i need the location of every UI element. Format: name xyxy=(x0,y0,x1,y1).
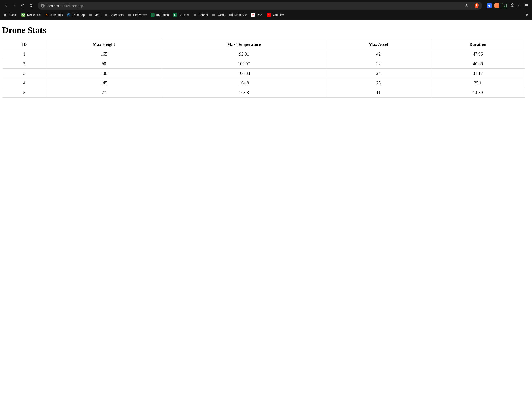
bookmark-mail[interactable]: Mail xyxy=(89,13,100,17)
bookmark-label: myEmich xyxy=(156,13,169,17)
table-row: 3 188 106.83 24 31.17 xyxy=(3,69,525,78)
svg-point-6 xyxy=(68,14,70,16)
bookmark-label: Work xyxy=(217,13,224,17)
bookmark-label: Canvas xyxy=(178,13,189,17)
bookmark-authentik[interactable]: Authentik xyxy=(45,13,63,17)
bookmark-label: Youtube xyxy=(272,13,284,17)
cell-id: 2 xyxy=(3,59,46,69)
back-button[interactable] xyxy=(3,3,9,9)
toolbar: i localhost:3000/index.php S xyxy=(0,0,532,11)
nextcloud-icon xyxy=(21,13,25,17)
bookmark-label: Main Site xyxy=(234,13,247,17)
bookmark-rss[interactable]: RSS xyxy=(251,13,263,17)
url-host: localhost: xyxy=(47,4,61,8)
reload-button[interactable] xyxy=(20,3,26,9)
share-button[interactable] xyxy=(463,3,470,9)
authentik-icon xyxy=(45,13,49,17)
bookmark-pairdrop[interactable]: PairDrop xyxy=(67,13,85,17)
cell-duration: 40.66 xyxy=(431,59,525,69)
cell-max-height: 77 xyxy=(46,88,162,98)
cell-duration: 47.96 xyxy=(431,50,525,59)
app-menu-button[interactable] xyxy=(524,3,529,8)
shield-icon xyxy=(488,4,491,7)
bookmarks-overflow-button[interactable] xyxy=(525,13,529,17)
cell-id: 4 xyxy=(3,78,46,88)
col-max-accel: Max Accel xyxy=(326,40,431,50)
cell-id: 5 xyxy=(3,88,46,98)
address-bar-right xyxy=(463,3,479,9)
downloads-button[interactable] xyxy=(517,3,521,8)
svg-point-2 xyxy=(23,14,24,16)
svg-point-5 xyxy=(69,14,70,15)
bookmark-calendars[interactable]: Calendars xyxy=(104,13,124,17)
globe-icon xyxy=(228,13,233,17)
cell-id: 1 xyxy=(3,50,46,59)
download-icon xyxy=(517,4,521,8)
folder-icon xyxy=(193,13,197,17)
cell-max-temp: 103.3 xyxy=(162,88,326,98)
emich-icon: E xyxy=(151,13,155,17)
divider xyxy=(472,4,472,8)
table-row: 5 77 103.3 11 14.39 xyxy=(3,88,525,98)
bookmark-myemich[interactable]: E myEmich xyxy=(151,13,169,17)
bookmark-label: School xyxy=(199,13,208,17)
reload-icon xyxy=(21,4,25,8)
bookmark-fediverse[interactable]: Fediverse xyxy=(127,13,146,17)
cell-max-height: 98 xyxy=(46,59,162,69)
col-max-temp: Max Temperature xyxy=(162,40,326,50)
cell-max-height: 145 xyxy=(46,78,162,88)
svg-marker-10 xyxy=(269,14,270,15)
cell-max-accel: 25 xyxy=(326,78,431,88)
forward-button[interactable] xyxy=(11,3,18,9)
col-max-height: Max Height xyxy=(46,40,162,50)
bookmark-nextcloud[interactable]: Nextcloud xyxy=(21,13,41,17)
cell-duration: 35.1 xyxy=(431,78,525,88)
cell-max-temp: 102.07 xyxy=(162,59,326,69)
address-bar[interactable]: i localhost:3000/index.php xyxy=(38,2,482,10)
bookmark-label: Calendars xyxy=(110,13,124,17)
extensions-button[interactable] xyxy=(509,3,514,8)
drone-stats-table: ID Max Height Max Temperature Max Accel … xyxy=(3,40,525,98)
browser-chrome: i localhost:3000/index.php S xyxy=(0,0,532,20)
toolbar-right: S xyxy=(486,3,529,8)
chevron-left-icon xyxy=(4,4,8,7)
bookmark-school[interactable]: School xyxy=(193,13,208,17)
cell-id: 3 xyxy=(3,69,46,78)
page-title: Drone Stats xyxy=(2,25,530,35)
extension-orange-icon[interactable] xyxy=(494,3,499,8)
col-duration: Duration xyxy=(431,40,525,50)
site-info-icon[interactable]: i xyxy=(41,4,45,8)
bookmark-canvas[interactable]: E Canvas xyxy=(173,13,189,17)
bookmark-label: Fediverse xyxy=(133,13,146,17)
url-text: localhost:3000/index.php xyxy=(47,4,83,8)
bookmark-label: iCloud xyxy=(9,13,18,17)
extension-s-icon[interactable]: S xyxy=(502,3,507,8)
table-header-row: ID Max Height Max Temperature Max Accel … xyxy=(3,40,525,50)
cell-max-height: 188 xyxy=(46,69,162,78)
apple-icon xyxy=(3,13,7,17)
brave-shields-button[interactable] xyxy=(474,3,479,8)
bookmark-icloud[interactable]: iCloud xyxy=(3,13,18,17)
cell-max-accel: 11 xyxy=(326,88,431,98)
brave-icon xyxy=(474,3,479,8)
bookmark-youtube[interactable]: Youtube xyxy=(267,13,284,17)
table-row: 2 98 102.07 22 40.66 xyxy=(3,59,525,69)
bookmark-mainsite[interactable]: Main Site xyxy=(228,13,247,17)
col-id: ID xyxy=(3,40,46,50)
folder-icon xyxy=(104,13,108,17)
canvas-icon: E xyxy=(173,13,177,17)
bookmark-label: Mail xyxy=(95,13,100,17)
cell-duration: 14.39 xyxy=(431,88,525,98)
extension-bitwarden-icon[interactable] xyxy=(487,3,492,8)
cell-max-height: 165 xyxy=(46,50,162,59)
svg-point-9 xyxy=(252,15,253,16)
bookmark-work[interactable]: Work xyxy=(212,13,224,17)
svg-point-3 xyxy=(22,15,23,15)
bookmarks-bar: iCloud Nextcloud Authentik PairDrop Mail xyxy=(0,11,532,20)
folder-icon xyxy=(212,13,216,17)
bookmark-icon xyxy=(29,4,33,8)
folder-icon xyxy=(89,13,93,17)
rss-icon xyxy=(251,13,255,17)
table-row: 4 145 104.8 25 35.1 xyxy=(3,78,525,88)
bookmark-button[interactable] xyxy=(28,3,34,9)
